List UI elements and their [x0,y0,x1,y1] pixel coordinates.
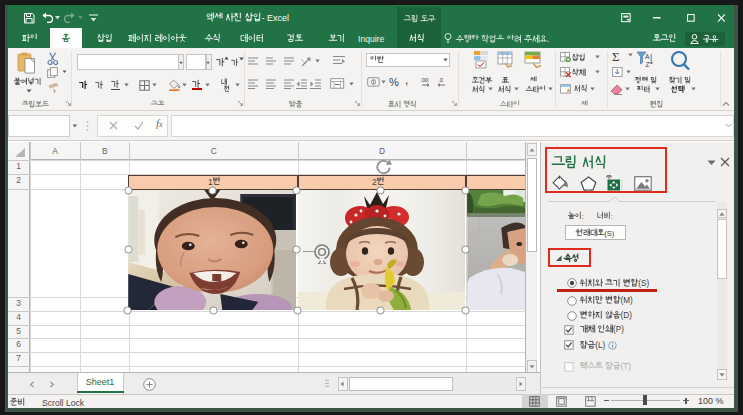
svg-text:A: A [645,53,650,60]
svg-text::: : [582,211,584,220]
svg-text:.00: .00 [420,77,429,83]
svg-text:(S): (S) [604,229,615,238]
svg-text:- Excel: - Excel [261,13,288,23]
svg-text:(T): (T) [620,362,631,371]
svg-text:Inquire: Inquire [358,33,384,43]
svg-text:(S): (S) [638,279,649,288]
svg-text:Z: Z [646,61,650,68]
svg-text:(L): (L) [595,341,605,350]
svg-text::: : [611,211,613,220]
svg-text:.: . [547,35,549,44]
svg-text:(M): (M) [620,297,633,306]
svg-text:(D): (D) [620,311,632,320]
svg-text:.0: .0 [438,77,444,83]
svg-text:(P): (P) [612,326,623,335]
